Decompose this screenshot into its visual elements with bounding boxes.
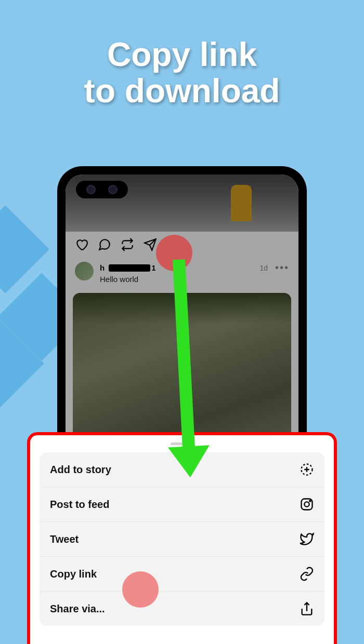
sheet-item-share-via[interactable]: Share via... xyxy=(40,592,324,626)
instagram-icon xyxy=(300,497,314,512)
sheet-item-copy-link[interactable]: Copy link xyxy=(40,557,324,592)
headline-line2: to download xyxy=(0,73,364,109)
svg-point-3 xyxy=(309,500,310,501)
sheet-label: Tweet xyxy=(50,533,79,545)
sheet-item-tweet[interactable]: Tweet xyxy=(40,522,324,557)
more-icon[interactable]: ••• xyxy=(275,262,289,274)
share-icon xyxy=(300,601,314,616)
sheet-label: Post to feed xyxy=(50,499,109,511)
sheet-label: Copy link xyxy=(50,568,97,580)
sheet-label: Share via... xyxy=(50,603,105,615)
link-icon xyxy=(300,567,314,581)
post-caption: Hello world xyxy=(100,275,289,284)
sheet-label: Add to story xyxy=(50,464,111,476)
username-prefix: h xyxy=(100,263,105,272)
sheet-item-post-feed[interactable]: Post to feed xyxy=(40,487,324,522)
camera-punchhole xyxy=(76,181,128,198)
add-story-icon xyxy=(300,462,314,477)
username-redacted xyxy=(109,264,150,272)
avatar[interactable] xyxy=(75,262,94,280)
send-icon[interactable] xyxy=(144,238,157,251)
comment-icon[interactable] xyxy=(98,238,111,251)
twitter-icon xyxy=(300,532,314,546)
headline-line1: Copy link xyxy=(0,36,364,73)
repost-icon[interactable] xyxy=(121,238,134,251)
highlight-dot-copylink xyxy=(122,571,159,608)
timestamp: 1d xyxy=(259,264,268,272)
like-icon[interactable] xyxy=(75,238,88,251)
svg-point-2 xyxy=(304,502,309,506)
username-suffix: 1 xyxy=(151,263,155,272)
page-title: Copy link to download xyxy=(0,0,364,110)
